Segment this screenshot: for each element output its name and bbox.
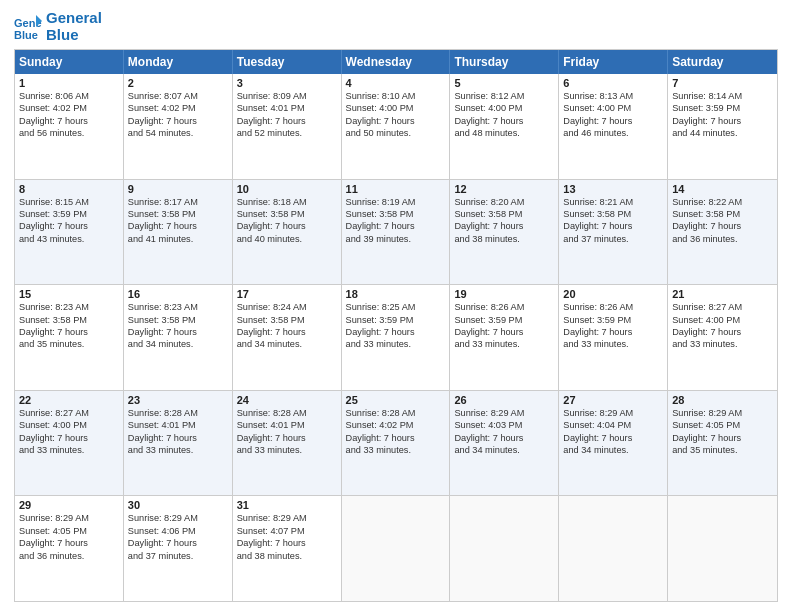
cell-line: Sunset: 4:00 PM xyxy=(672,314,773,326)
cell-line: Sunset: 4:01 PM xyxy=(128,419,228,431)
cell-line: Daylight: 7 hours xyxy=(454,115,554,127)
cell-line: Daylight: 7 hours xyxy=(237,537,337,549)
calendar-row: 29Sunrise: 8:29 AMSunset: 4:05 PMDayligh… xyxy=(15,495,777,601)
calendar-cell: 4Sunrise: 8:10 AMSunset: 4:00 PMDaylight… xyxy=(342,74,451,179)
cell-line: Sunrise: 8:23 AM xyxy=(128,301,228,313)
calendar-cell: 27Sunrise: 8:29 AMSunset: 4:04 PMDayligh… xyxy=(559,391,668,496)
cell-line: Sunset: 3:58 PM xyxy=(672,208,773,220)
calendar-cell xyxy=(342,496,451,601)
calendar-cell: 25Sunrise: 8:28 AMSunset: 4:02 PMDayligh… xyxy=(342,391,451,496)
cell-line: and 33 minutes. xyxy=(128,444,228,456)
cell-line: and 36 minutes. xyxy=(19,550,119,562)
cell-line: Sunset: 4:02 PM xyxy=(128,102,228,114)
calendar-cell: 14Sunrise: 8:22 AMSunset: 3:58 PMDayligh… xyxy=(668,180,777,285)
cell-line: Daylight: 7 hours xyxy=(672,220,773,232)
header-day-wednesday: Wednesday xyxy=(342,50,451,74)
cell-line: Daylight: 7 hours xyxy=(346,326,446,338)
cell-line: Sunset: 4:00 PM xyxy=(454,102,554,114)
cell-line: and 34 minutes. xyxy=(237,338,337,350)
cell-line: and 34 minutes. xyxy=(128,338,228,350)
calendar-header: SundayMondayTuesdayWednesdayThursdayFrid… xyxy=(15,50,777,74)
day-number: 1 xyxy=(19,77,119,89)
cell-line: Daylight: 7 hours xyxy=(672,115,773,127)
calendar-cell: 12Sunrise: 8:20 AMSunset: 3:58 PMDayligh… xyxy=(450,180,559,285)
calendar-cell: 15Sunrise: 8:23 AMSunset: 3:58 PMDayligh… xyxy=(15,285,124,390)
cell-line: Sunrise: 8:29 AM xyxy=(128,512,228,524)
svg-text:Blue: Blue xyxy=(14,29,38,41)
cell-line: and 34 minutes. xyxy=(454,444,554,456)
cell-line: Sunrise: 8:26 AM xyxy=(563,301,663,313)
cell-line: and 54 minutes. xyxy=(128,127,228,139)
day-number: 3 xyxy=(237,77,337,89)
cell-line: Sunset: 4:04 PM xyxy=(563,419,663,431)
cell-line: Sunrise: 8:29 AM xyxy=(563,407,663,419)
calendar-cell: 10Sunrise: 8:18 AMSunset: 3:58 PMDayligh… xyxy=(233,180,342,285)
cell-line: and 35 minutes. xyxy=(19,338,119,350)
cell-line: Sunrise: 8:28 AM xyxy=(346,407,446,419)
cell-line: and 37 minutes. xyxy=(563,233,663,245)
cell-line: Sunset: 3:58 PM xyxy=(237,208,337,220)
day-number: 16 xyxy=(128,288,228,300)
calendar-cell xyxy=(668,496,777,601)
cell-line: Sunset: 3:59 PM xyxy=(346,314,446,326)
cell-line: Sunset: 3:58 PM xyxy=(346,208,446,220)
header-day-thursday: Thursday xyxy=(450,50,559,74)
cell-line: Daylight: 7 hours xyxy=(19,115,119,127)
calendar-cell: 20Sunrise: 8:26 AMSunset: 3:59 PMDayligh… xyxy=(559,285,668,390)
cell-line: Sunrise: 8:15 AM xyxy=(19,196,119,208)
calendar: SundayMondayTuesdayWednesdayThursdayFrid… xyxy=(14,49,778,602)
cell-line: Sunset: 3:59 PM xyxy=(563,314,663,326)
day-number: 29 xyxy=(19,499,119,511)
cell-line: and 35 minutes. xyxy=(672,444,773,456)
day-number: 20 xyxy=(563,288,663,300)
day-number: 17 xyxy=(237,288,337,300)
calendar-cell: 22Sunrise: 8:27 AMSunset: 4:00 PMDayligh… xyxy=(15,391,124,496)
cell-line: Daylight: 7 hours xyxy=(346,432,446,444)
day-number: 18 xyxy=(346,288,446,300)
cell-line: Sunrise: 8:10 AM xyxy=(346,90,446,102)
cell-line: and 33 minutes. xyxy=(672,338,773,350)
day-number: 19 xyxy=(454,288,554,300)
cell-line: Daylight: 7 hours xyxy=(19,537,119,549)
cell-line: Sunset: 4:05 PM xyxy=(672,419,773,431)
cell-line: and 33 minutes. xyxy=(346,444,446,456)
day-number: 15 xyxy=(19,288,119,300)
cell-line: Sunset: 4:03 PM xyxy=(454,419,554,431)
cell-line: Sunrise: 8:29 AM xyxy=(237,512,337,524)
header-day-friday: Friday xyxy=(559,50,668,74)
calendar-cell: 31Sunrise: 8:29 AMSunset: 4:07 PMDayligh… xyxy=(233,496,342,601)
cell-line: Sunset: 3:58 PM xyxy=(454,208,554,220)
cell-line: Sunset: 4:07 PM xyxy=(237,525,337,537)
cell-line: and 38 minutes. xyxy=(237,550,337,562)
calendar-cell: 3Sunrise: 8:09 AMSunset: 4:01 PMDaylight… xyxy=(233,74,342,179)
cell-line: and 46 minutes. xyxy=(563,127,663,139)
calendar-cell: 13Sunrise: 8:21 AMSunset: 3:58 PMDayligh… xyxy=(559,180,668,285)
day-number: 5 xyxy=(454,77,554,89)
cell-line: Daylight: 7 hours xyxy=(454,326,554,338)
calendar-cell: 11Sunrise: 8:19 AMSunset: 3:58 PMDayligh… xyxy=(342,180,451,285)
day-number: 21 xyxy=(672,288,773,300)
cell-line: and 34 minutes. xyxy=(563,444,663,456)
cell-line: and 50 minutes. xyxy=(346,127,446,139)
cell-line: Daylight: 7 hours xyxy=(128,432,228,444)
calendar-cell: 17Sunrise: 8:24 AMSunset: 3:58 PMDayligh… xyxy=(233,285,342,390)
cell-line: and 36 minutes. xyxy=(672,233,773,245)
cell-line: and 39 minutes. xyxy=(346,233,446,245)
day-number: 14 xyxy=(672,183,773,195)
cell-line: and 43 minutes. xyxy=(19,233,119,245)
cell-line: Sunrise: 8:29 AM xyxy=(454,407,554,419)
cell-line: and 33 minutes. xyxy=(454,338,554,350)
day-number: 10 xyxy=(237,183,337,195)
cell-line: and 48 minutes. xyxy=(454,127,554,139)
cell-line: Sunset: 4:00 PM xyxy=(563,102,663,114)
cell-line: Sunrise: 8:12 AM xyxy=(454,90,554,102)
cell-line: Daylight: 7 hours xyxy=(19,432,119,444)
calendar-cell: 23Sunrise: 8:28 AMSunset: 4:01 PMDayligh… xyxy=(124,391,233,496)
cell-line: Sunrise: 8:26 AM xyxy=(454,301,554,313)
cell-line: Daylight: 7 hours xyxy=(19,326,119,338)
cell-line: Sunrise: 8:25 AM xyxy=(346,301,446,313)
cell-line: and 41 minutes. xyxy=(128,233,228,245)
cell-line: and 33 minutes. xyxy=(237,444,337,456)
calendar-row: 8Sunrise: 8:15 AMSunset: 3:59 PMDaylight… xyxy=(15,179,777,285)
cell-line: and 44 minutes. xyxy=(672,127,773,139)
